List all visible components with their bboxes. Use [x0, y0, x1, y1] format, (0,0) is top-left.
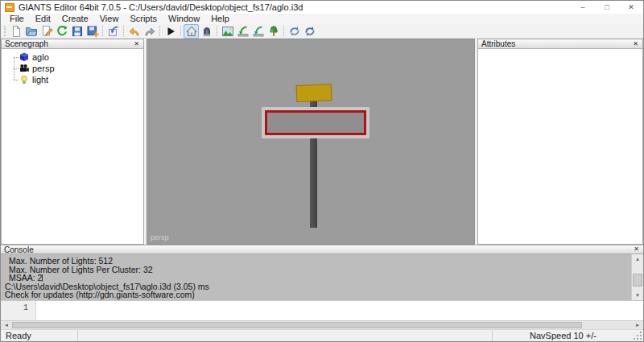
reload-file-button[interactable]: [54, 24, 69, 39]
reload-textures-button[interactable]: [302, 24, 317, 39]
console-script-editor: 1: [1, 300, 643, 320]
console-close-icon[interactable]: ✕: [633, 246, 640, 253]
terrain-sculpt-button[interactable]: [235, 24, 250, 39]
save-file-as-button[interactable]: [85, 24, 100, 39]
attributes-close-icon[interactable]: ✕: [632, 41, 639, 47]
bulb-icon: [19, 75, 29, 84]
viewport-3d[interactable]: persp: [147, 39, 475, 245]
scroll-down-icon[interactable]: ▼: [632, 290, 643, 300]
scroll-right-icon[interactable]: ►: [632, 321, 643, 329]
reload-file-icon: [56, 25, 68, 38]
main-area: Scenegraph ✕ aglo persp light: [1, 39, 643, 245]
toolbar-separator: [217, 26, 217, 36]
toolbar-separator: [283, 26, 284, 36]
script-input-area[interactable]: [36, 301, 643, 320]
magnet-icon: [200, 25, 213, 38]
console-line: Max. Number of Lights Per Cluster: 32: [5, 266, 629, 274]
menu-help[interactable]: Help: [205, 14, 235, 24]
title-bar: GIANTS Editor 64bit 7.0.5 - C:/Users/dav…: [1, 1, 643, 14]
scrollbar-track[interactable]: [12, 321, 632, 329]
console-line: MSAA: 2: [5, 274, 629, 282]
scrollbar-thumb[interactable]: [12, 322, 582, 328]
menu-edit[interactable]: Edit: [30, 14, 56, 24]
scroll-up-icon[interactable]: ▲: [632, 254, 643, 264]
terrain-sculpt-icon: [237, 25, 250, 38]
home-icon: [185, 25, 198, 38]
toolbar-separator: [102, 26, 103, 36]
toolbar-separator: [159, 26, 160, 36]
attributes-panel: Attributes ✕: [477, 39, 643, 245]
foliage-mode-button[interactable]: [266, 24, 281, 39]
edit-file-button[interactable]: [39, 24, 54, 39]
attributes-body: [477, 49, 643, 245]
sign-board-mesh[interactable]: [262, 107, 369, 138]
terrain-mode-button[interactable]: [220, 24, 235, 39]
scenegraph-tree: aglo persp light: [1, 49, 144, 245]
viewport-camera-label: persp: [151, 233, 169, 241]
play-icon: [164, 25, 177, 38]
scenegraph-close-icon[interactable]: ✕: [133, 41, 140, 47]
undo-icon: [128, 25, 141, 38]
console-log[interactable]: Max. Number of Lights: 512 Max. Number o…: [1, 254, 643, 300]
console-title: Console: [4, 245, 633, 254]
open-file-button[interactable]: [23, 24, 39, 39]
reload-shaders-button[interactable]: [287, 24, 302, 39]
console-vertical-scrollbar[interactable]: ▲ ▼: [631, 254, 643, 300]
menu-scripts[interactable]: Scripts: [124, 14, 163, 24]
resize-grip[interactable]: [634, 332, 643, 341]
redo-button[interactable]: [142, 24, 157, 39]
import-asset-button[interactable]: [105, 24, 121, 39]
save-file-icon: [71, 25, 84, 38]
tree-item-persp[interactable]: persp: [2, 63, 143, 74]
sign-top-plate-mesh[interactable]: [296, 84, 332, 102]
undo-button[interactable]: [126, 24, 142, 39]
snap-magnet-button[interactable]: [199, 24, 214, 39]
new-file-button[interactable]: [8, 24, 23, 39]
scroll-left-icon[interactable]: ◄: [1, 321, 12, 329]
save-file-as-icon: [86, 25, 99, 38]
toolbar-grip: [4, 26, 6, 36]
toolbar-separator: [180, 26, 181, 36]
reload-textures-icon: [303, 25, 316, 38]
terrain-smooth-button[interactable]: [250, 24, 266, 39]
menu-file[interactable]: File: [4, 14, 30, 24]
import-asset-icon: [107, 25, 120, 38]
sign-board-inner-face: [267, 113, 364, 133]
menu-window[interactable]: Window: [163, 14, 205, 24]
status-spacer: [78, 330, 493, 341]
play-button[interactable]: [163, 24, 178, 39]
line-number-gutter: 1: [1, 301, 36, 320]
app-logo-icon: [5, 3, 14, 12]
app-window: GIANTS Editor 64bit 7.0.5 - C:/Users/dav…: [0, 0, 644, 342]
sign-board-red-border: [265, 110, 366, 135]
terrain-smooth-icon: [252, 25, 265, 38]
scenegraph-title: Scenegraph: [5, 39, 133, 48]
open-file-icon: [25, 25, 38, 38]
scrollbar-track[interactable]: [632, 264, 643, 290]
menu-view[interactable]: View: [94, 14, 125, 24]
reload-shaders-icon: [288, 25, 301, 38]
close-button[interactable]: ✕: [619, 1, 643, 14]
attributes-title: Attributes: [481, 39, 632, 48]
tree-item-label: aglo: [32, 52, 49, 62]
horizontal-scrollbar[interactable]: ◄ ►: [1, 320, 643, 329]
scrollbar-thumb[interactable]: [633, 274, 642, 286]
tree-item-aglo[interactable]: aglo: [2, 52, 143, 63]
console-line: Max. Number of Lights: 512: [5, 257, 629, 266]
tree-item-label: persp: [32, 64, 55, 73]
save-file-button[interactable]: [69, 24, 85, 39]
minimize-button[interactable]: –: [571, 1, 595, 14]
status-bar: Ready NavSpeed 10 +/-: [1, 329, 643, 341]
edit-file-icon: [40, 25, 53, 38]
scenegraph-header: Scenegraph ✕: [1, 39, 144, 49]
new-file-icon: [10, 25, 23, 38]
console-header: Console ✕: [1, 245, 643, 254]
menu-create[interactable]: Create: [56, 14, 94, 24]
tree-item-light[interactable]: light: [2, 74, 143, 85]
window-title: GIANTS Editor 64bit 7.0.5 - C:/Users/dav…: [19, 2, 571, 12]
cube-icon: [19, 52, 29, 62]
attributes-header: Attributes ✕: [477, 39, 643, 49]
maximize-button[interactable]: □: [595, 1, 619, 14]
frame-camera-home-button[interactable]: [184, 24, 199, 39]
tree-item-label: light: [32, 75, 48, 84]
